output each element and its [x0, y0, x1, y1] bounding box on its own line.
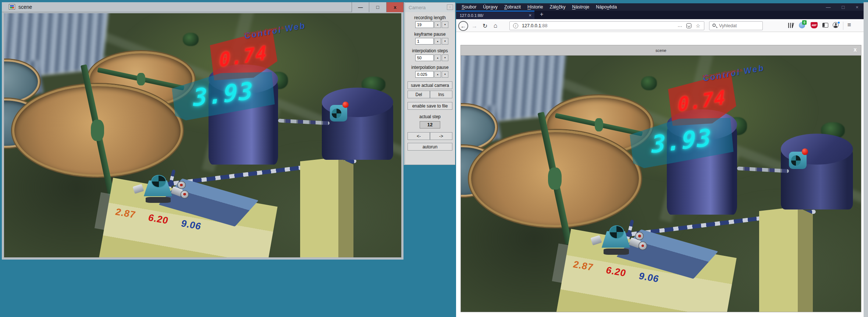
spin-up-button[interactable]: ▲	[434, 38, 441, 45]
scene-window-titlebar[interactable]: scene — □ x	[2, 2, 403, 12]
browser-maximize-button[interactable]: □	[842, 4, 845, 10]
level-value-red: 0.74	[219, 42, 268, 71]
tab-title: 127.0.0.1:88/	[460, 13, 483, 18]
library-icon[interactable]	[788, 23, 793, 28]
scene-viewport-frame: 2.876.209.06 0.74 3.93 Control Web Morav…	[3, 12, 402, 258]
camera-field-label-3: interpolation pause	[405, 65, 455, 70]
scraper-hub	[548, 168, 561, 190]
ins-button[interactable]: Ins	[430, 91, 452, 98]
adblock-icon[interactable]: ABP	[811, 22, 818, 28]
tree	[183, 33, 199, 46]
menu-item-upravy[interactable]: Úpravy	[480, 3, 501, 11]
pump-base	[604, 249, 629, 255]
menu-item-soubor[interactable]: Soubor	[458, 3, 480, 11]
spin-down-button[interactable]: ▼	[442, 38, 448, 45]
enable-save-to-file-button[interactable]: enable save to file	[408, 102, 452, 110]
reload-button[interactable]: ↻	[483, 22, 487, 29]
scene-app-window: scene — □ x	[2, 2, 403, 260]
level-value-cyan: 3.93	[652, 123, 712, 158]
browser-window-controls: — □ ×	[826, 3, 858, 11]
building-value: 9.06	[637, 270, 660, 285]
level-value-cyan: 3.93	[193, 77, 254, 112]
building-value: 2.87	[572, 259, 595, 273]
scene-panel-close-icon[interactable]: X	[854, 47, 857, 53]
menu-item-napoveda[interactable]: Nápověda	[593, 3, 620, 11]
del-ins-row: Del Ins	[408, 91, 452, 98]
pressure-gauge	[181, 190, 189, 198]
pump-base	[146, 197, 171, 203]
scene-panel-header: scene X	[460, 45, 861, 56]
home-button[interactable]: ⌂	[494, 22, 497, 29]
tree	[641, 76, 657, 90]
toolbar-separator	[843, 22, 843, 30]
back-button[interactable]: ←	[458, 21, 468, 31]
menu-item-historie[interactable]: Historie	[524, 3, 546, 11]
spin-up-button[interactable]: ▲	[434, 54, 441, 61]
menu-item-zalozky[interactable]: Záložky	[546, 3, 569, 11]
maximize-button[interactable]: □	[369, 2, 386, 12]
autorun-button[interactable]: autorun	[408, 143, 452, 151]
url-text[interactable]: 127.0.0.1:88	[522, 23, 548, 28]
minimize-button[interactable]: —	[352, 2, 369, 12]
navigation-toolbar: ← → ↻ ⌂ i 127.0.0.1:88 … ☆ 0 ABP ≡	[456, 19, 864, 32]
scene-3d-viewport-web[interactable]: 2.876.209.06 0.74 3.93 Control Web Morav…	[460, 56, 861, 312]
scene-page-panel: scene X	[460, 45, 861, 312]
camera-field-label-0: recording length	[405, 15, 455, 20]
menu-item-zobrazit[interactable]: Zobrazit	[501, 3, 524, 11]
spin-up-button[interactable]: ▲	[434, 71, 441, 78]
spin-down-button[interactable]: ▼	[442, 71, 448, 78]
search-bar[interactable]	[709, 21, 763, 30]
new-tab-button[interactable]: +	[540, 11, 543, 18]
spin-up-button[interactable]: ▲	[434, 21, 441, 28]
camera-field-input-0[interactable]	[415, 21, 434, 28]
level-value-red: 0.74	[677, 86, 727, 116]
plant-3d-scene[interactable]: 2.876.209.06 0.74 3.93 Control Web Morav…	[461, 56, 861, 312]
step-forward-button[interactable]: ->	[430, 132, 452, 140]
plant-3d-scene[interactable]: 2.876.209.06 0.74 3.93 Control Web Morav…	[4, 13, 401, 257]
pump-unit	[599, 225, 633, 257]
del-button[interactable]: Del	[408, 91, 430, 98]
account-icon[interactable]	[833, 22, 839, 28]
camera-panel: Camera x recording length▲▼keyframe paus…	[405, 2, 455, 165]
page-actions-icon[interactable]: …	[677, 22, 683, 28]
site-info-icon[interactable]: i	[513, 23, 518, 28]
bookmark-star-icon[interactable]: ☆	[696, 23, 700, 29]
page-content: scene X	[456, 32, 864, 317]
scene-3d-viewport[interactable]: 2.876.209.06 0.74 3.93 Control Web Morav…	[4, 13, 401, 257]
extension-globe-icon[interactable]: 0	[799, 22, 805, 28]
sidebar-icon[interactable]	[822, 23, 828, 28]
forward-button[interactable]: →	[472, 23, 477, 29]
extension-badge: 0	[802, 20, 807, 25]
camera-field-spinbox-3: ▲▼	[415, 71, 455, 78]
camera-field-spinbox-0: ▲▼	[415, 21, 455, 28]
address-bar[interactable]: i 127.0.0.1:88 … ☆	[509, 21, 704, 30]
save-actual-camera-button[interactable]: save actual camera	[408, 81, 452, 89]
camera-field-label-1: keyframe pause	[405, 32, 455, 37]
actual-step-label: actual step	[405, 114, 455, 119]
camera-field-input-3[interactable]	[415, 71, 434, 78]
pocket-icon[interactable]	[686, 23, 691, 28]
browser-tab[interactable]: 127.0.0.1:88/ ×	[456, 11, 534, 19]
spin-down-button[interactable]: ▼	[442, 54, 448, 61]
tall-yellow-building	[759, 207, 813, 312]
camera-panel-close-button[interactable]: x	[447, 4, 453, 10]
firefox-window: SouborÚpravyZobrazitHistorieZáložkyNástr…	[456, 3, 864, 317]
camera-field-input-2[interactable]	[415, 54, 434, 61]
close-button[interactable]: x	[386, 2, 403, 12]
search-input[interactable]	[719, 22, 760, 30]
hamburger-menu-icon[interactable]: ≡	[847, 21, 851, 29]
browser-minimize-button[interactable]: —	[826, 4, 831, 10]
menu-item-nastroje[interactable]: Nástroje	[569, 3, 593, 11]
url-port: :88	[541, 23, 547, 28]
camera-panel-header[interactable]: Camera x	[405, 3, 455, 12]
building-value: 6.20	[147, 212, 170, 226]
tab-close-icon[interactable]: ×	[529, 13, 531, 18]
spin-down-button[interactable]: ▼	[442, 21, 448, 28]
desktop-edge-strip	[864, 2, 868, 317]
browser-close-button[interactable]: ×	[855, 4, 858, 10]
pump-unit	[141, 175, 175, 205]
camera-field-input-1[interactable]	[415, 38, 434, 45]
scraper-hub	[137, 73, 145, 85]
search-icon	[712, 24, 716, 27]
step-back-button[interactable]: <-	[408, 132, 430, 140]
